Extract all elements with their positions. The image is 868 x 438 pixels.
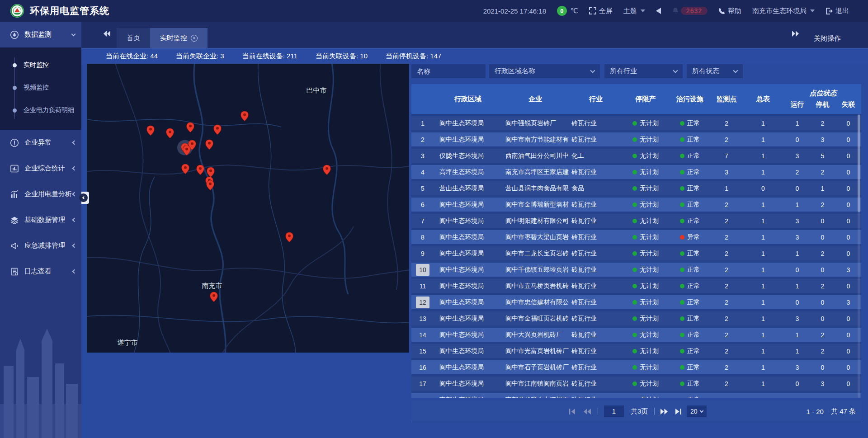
table-row[interactable]: 14阆中生态环境局阆中大兴页岩机砖厂砖瓦行业无计划正常21120	[411, 328, 861, 342]
cell-industry: 砖瓦行业	[569, 132, 623, 146]
help-button[interactable]: 帮助	[718, 7, 741, 15]
logout-button[interactable]: 退出	[826, 7, 849, 15]
map-pin-icon[interactable]	[197, 165, 204, 175]
table-row[interactable]: 17阆中生态环境局阆中市江南镇阆南页岩砖瓦行业无计划正常21030	[411, 377, 861, 391]
tab-close-icon[interactable]: ×	[191, 35, 198, 42]
sidebar-item[interactable]: 企业用电量分析	[0, 181, 81, 207]
cell-region: 南部生态环境局	[434, 393, 502, 398]
sidebar-item[interactable]: 数据监测	[0, 22, 81, 47]
table-row[interactable]: 7阆中生态环境局阆中明阳建材有限公司砖瓦行业无计划正常21300	[411, 214, 861, 228]
table-row[interactable]: 6阆中生态环境局阆中市金博瑞新型墙材砖瓦行业无计划正常21120	[411, 198, 861, 212]
table-scrollbar-thumb[interactable]	[858, 115, 860, 212]
last-page-button[interactable]	[675, 400, 682, 422]
map-pin-icon[interactable]	[182, 164, 189, 174]
cell-industry: 砖瓦行业	[569, 279, 623, 293]
cell-run: 2	[785, 165, 810, 179]
sidebar-item-label: 日志查看	[24, 267, 73, 276]
table-row[interactable]: 18南部生态环境局南部县雄狮乡上河坝页砖瓦行业无计划正常20060	[411, 393, 861, 398]
map-panel[interactable]: 巴中市南充市遂宁市	[87, 64, 409, 353]
sidebar-collapse-handle[interactable]	[81, 192, 89, 204]
cell-run: 1	[785, 116, 810, 130]
pagination-divider	[654, 408, 655, 415]
table-row[interactable]: 1阆中生态环境局阆中强锐页岩砖厂砖瓦行业无计划正常21120	[411, 116, 861, 130]
close-operations-button[interactable]: 关闭操作	[814, 34, 841, 43]
table-scrollbar-track[interactable]	[858, 114, 860, 398]
map-pin-icon[interactable]	[187, 122, 194, 132]
notifications[interactable]: 2632	[672, 7, 708, 15]
industry-filter-select[interactable]: 所有行业	[604, 64, 683, 78]
sidebar-subitem[interactable]: 企业电力负荷明细	[0, 99, 81, 122]
cell-limit-status: 无计划	[623, 263, 668, 277]
page-size-select[interactable]: 20	[687, 405, 707, 417]
name-filter-input[interactable]	[417, 64, 480, 78]
cell-facility-status: 正常	[668, 149, 712, 163]
table-row[interactable]: 5营山生态环境局营山县润丰肉食品有限食品无计划正常10010	[411, 181, 861, 195]
cell-stop: 2	[810, 116, 835, 130]
cell-industry: 砖瓦行业	[569, 360, 623, 374]
status-filter-select[interactable]: 所有状态	[687, 64, 743, 78]
map-pin-icon[interactable]	[214, 125, 222, 135]
table-row[interactable]: 15阆中生态环境局阆中市光富页岩机砖厂砖瓦行业无计划正常21120	[411, 344, 861, 358]
cell-run: 0	[785, 181, 810, 195]
temperature-badge: 0	[557, 6, 567, 16]
sidebar-item[interactable]: 企业综合统计	[0, 155, 81, 181]
chevron-left-icon	[72, 244, 77, 248]
cell-facility-status: 正常	[668, 360, 712, 374]
map-pin-icon[interactable]	[241, 111, 249, 121]
cell-meter: 1	[741, 116, 785, 130]
fullscreen-button[interactable]: 全屏	[589, 7, 613, 15]
cell-enterprise: 营山县润丰肉食品有限	[502, 181, 569, 195]
map-pin-icon[interactable]	[207, 180, 214, 190]
table-row[interactable]: 13阆中生态环境局阆中市金福旺页岩机砖砖瓦行业无计划正常21300	[411, 311, 861, 325]
page-number-input[interactable]	[604, 405, 624, 417]
sidebar-subitem[interactable]: 实时监控	[0, 54, 81, 76]
map-pin-icon[interactable]	[166, 128, 174, 138]
region-filter-select[interactable]: 行政区域名称	[489, 64, 600, 78]
map-pin-icon[interactable]	[147, 126, 155, 136]
user-dropdown[interactable]: 南充市生态环境局	[752, 7, 815, 15]
cell-industry: 砖瓦行业	[569, 165, 623, 179]
map-pin-icon[interactable]	[207, 167, 215, 177]
map-pin-icon[interactable]	[183, 146, 191, 155]
table-row[interactable]: 8阆中生态环境局阆中市枣碧大梁山页岩砖瓦行业无计划异常21300	[411, 230, 861, 244]
sidebar-item[interactable]: 应急减排管理	[0, 233, 81, 259]
first-page-button[interactable]	[569, 400, 576, 422]
tabs-scroll-left-button[interactable]	[103, 31, 110, 37]
map-pin-icon[interactable]	[286, 232, 293, 242]
cell-meter: 1	[741, 149, 785, 163]
table-row[interactable]: 2阆中生态环境局阆中市南方节能建材有砖瓦行业无计划正常21030	[411, 132, 861, 146]
theme-dropdown[interactable]: 主题	[623, 7, 645, 15]
tab-realtime-monitoring[interactable]: 实时监控 ×	[150, 28, 208, 48]
cell-stop: 3	[810, 132, 835, 146]
cell-stop: 2	[810, 328, 835, 342]
table-row[interactable]: 16阆中生态环境局阆中市石子页岩机砖厂砖瓦行业无计划正常21300	[411, 360, 861, 374]
map-pin-icon[interactable]	[210, 292, 218, 302]
mute-button[interactable]	[656, 8, 661, 14]
cell-limit-status: 无计划	[623, 214, 668, 228]
cell-stop: 0	[810, 263, 835, 277]
cell-stop: 2	[810, 344, 835, 358]
map-pin-icon[interactable]	[323, 165, 331, 175]
sidebar-item[interactable]: 日志查看	[0, 259, 81, 284]
sidebar-item[interactable]: 企业异常	[0, 130, 81, 155]
table-row[interactable]: 3仪陇生态环境局西南油气田分公司川中化工无计划正常71350	[411, 149, 861, 163]
cell-points: 2	[712, 344, 741, 358]
sidebar-subitem[interactable]: 视频监控	[0, 76, 81, 99]
cell-limit-status: 无计划	[623, 360, 668, 374]
status-dot	[680, 333, 684, 337]
table-row[interactable]: 12阆中生态环境局阆中市忠信建材有限公砖瓦行业无计划正常21003	[411, 295, 861, 309]
map-pin-icon[interactable]	[206, 140, 213, 150]
cell-industry: 砖瓦行业	[569, 377, 623, 391]
table-row[interactable]: 10阆中生态环境局阆中千佛镇五郎垭页岩砖瓦行业无计划正常21003	[411, 263, 861, 277]
table-row[interactable]: 4高坪生态环境局南充市高坪区王家店建砖瓦行业无计划正常31220	[411, 165, 861, 179]
table-row[interactable]: 9阆中生态环境局阆中市二龙长宝页岩砖砖瓦行业无计划正常21120	[411, 246, 861, 260]
cell-points: 7	[712, 149, 741, 163]
tab-home[interactable]: 首页	[117, 28, 150, 48]
tabs-scroll-right-button[interactable]	[792, 31, 799, 37]
table-row[interactable]: 11阆中生态环境局阆中市五马桥页岩机砖砖瓦行业无计划正常21120	[411, 279, 861, 293]
sidebar-item[interactable]: 基础数据管理	[0, 207, 81, 233]
user-name: 南充市生态环境局	[752, 7, 807, 15]
next-page-button[interactable]	[660, 400, 668, 422]
chevron-left-icon	[72, 141, 77, 145]
prev-page-button[interactable]	[583, 400, 591, 422]
